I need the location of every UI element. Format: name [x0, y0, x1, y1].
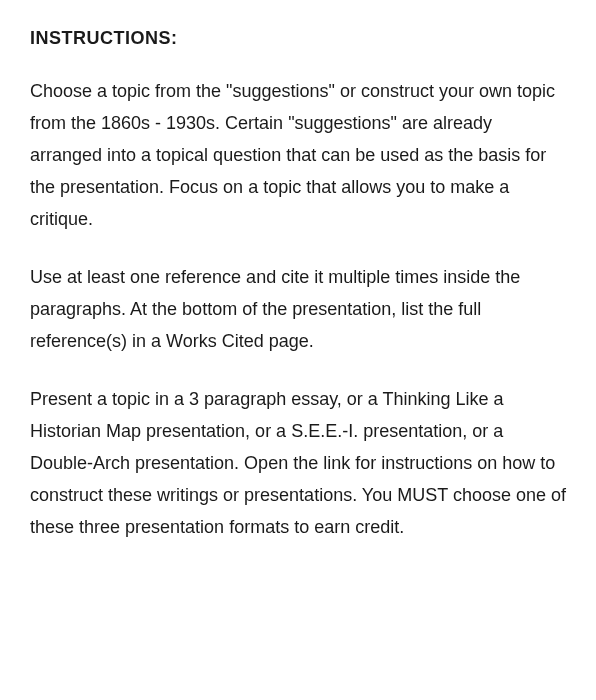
instructions-heading: INSTRUCTIONS:	[30, 28, 566, 49]
instructions-paragraph: Use at least one reference and cite it m…	[30, 261, 566, 357]
instructions-paragraph: Present a topic in a 3 paragraph essay, …	[30, 383, 566, 543]
instructions-paragraph: Choose a topic from the "suggestions" or…	[30, 75, 566, 235]
